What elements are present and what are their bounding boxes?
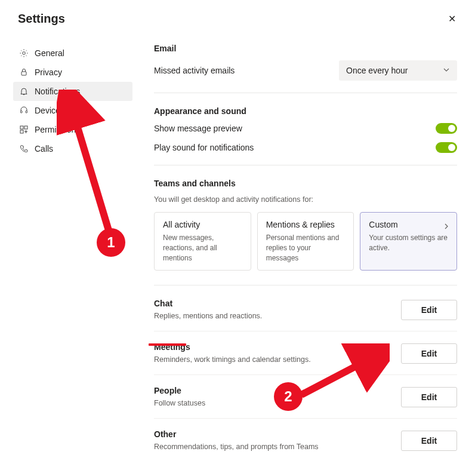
group-title: Other <box>154 429 319 439</box>
sound-label: Play sound for notifications <box>154 143 254 152</box>
sidebar: General Privacy Notifications Devices Pe… <box>13 44 132 462</box>
edit-chat-button[interactable]: Edit <box>401 300 457 320</box>
sidebar-item-general[interactable]: General <box>13 44 132 63</box>
sidebar-item-label: Notifications <box>35 87 80 96</box>
headset-icon <box>19 106 29 115</box>
preview-label: Show message preview <box>154 124 242 133</box>
chevron-right-icon <box>443 221 449 232</box>
card-desc: Your custom settings are active. <box>369 233 448 253</box>
phone-icon <box>19 144 29 153</box>
sidebar-item-label: Devices <box>35 106 64 115</box>
group-other: Other Recommendations, tips, and prompts… <box>154 429 457 462</box>
section-title: Email <box>154 44 457 53</box>
sidebar-item-label: Privacy <box>35 67 62 77</box>
group-title: People <box>154 386 205 395</box>
sidebar-item-label: General <box>35 48 64 58</box>
chevron-down-icon <box>443 66 450 75</box>
section-title: Appearance and sound <box>154 106 457 116</box>
settings-content: Email Missed activity emails Once every … <box>132 44 457 462</box>
section-title: Teams and channels <box>154 179 457 188</box>
card-title: All activity <box>163 220 242 229</box>
card-mentions-replies[interactable]: Mentions & replies Personal mentions and… <box>257 212 354 271</box>
sound-toggle[interactable] <box>436 142 457 153</box>
group-desc: Replies, mentions and reactions. <box>154 312 262 320</box>
svg-rect-1 <box>21 72 26 75</box>
grid-icon <box>19 125 29 134</box>
card-all-activity[interactable]: All activity New messages, reactions, an… <box>154 212 251 271</box>
edit-other-button[interactable]: Edit <box>401 431 457 451</box>
missed-activity-label: Missed activity emails <box>154 66 235 75</box>
card-title: Mentions & replies <box>266 220 346 229</box>
group-people: People Follow statuses Edit <box>154 386 457 419</box>
bell-icon <box>19 87 29 96</box>
svg-rect-5 <box>24 126 27 129</box>
sidebar-item-devices[interactable]: Devices <box>13 101 132 120</box>
group-chat: Chat Replies, mentions and reactions. Ed… <box>154 299 457 331</box>
section-desc: You will get desktop and activity notifi… <box>154 195 457 204</box>
preview-toggle[interactable] <box>436 123 457 134</box>
sidebar-item-notifications[interactable]: Notifications <box>13 82 132 101</box>
edit-people-button[interactable]: Edit <box>401 387 457 407</box>
group-desc: Follow statuses <box>154 399 205 407</box>
card-custom[interactable]: Custom Your custom settings are active. <box>360 212 457 271</box>
sidebar-item-label: Calls <box>35 144 53 153</box>
sidebar-item-privacy[interactable]: Privacy <box>13 63 132 82</box>
select-value: Once every hour <box>346 66 408 75</box>
section-appearance: Appearance and sound Show message previe… <box>154 106 457 165</box>
group-desc: Reminders, work timings and calendar set… <box>154 355 311 364</box>
svg-rect-2 <box>21 111 23 113</box>
section-email: Email Missed activity emails Once every … <box>154 44 457 93</box>
close-icon[interactable]: ✕ <box>446 13 457 24</box>
sidebar-item-permissions[interactable]: Permissions <box>13 120 132 139</box>
group-meetings: Meetings Reminders, work timings and cal… <box>154 342 457 375</box>
card-desc: New messages, reactions, and all mention… <box>163 233 242 263</box>
svg-rect-3 <box>26 111 27 113</box>
missed-activity-select[interactable]: Once every hour <box>339 60 457 81</box>
gear-icon <box>19 48 29 58</box>
svg-rect-4 <box>20 126 23 129</box>
annotation-underline <box>149 343 186 346</box>
edit-meetings-button[interactable]: Edit <box>401 343 457 364</box>
svg-point-0 <box>23 52 26 55</box>
sidebar-item-calls[interactable]: Calls <box>13 139 132 158</box>
page-title: Settings <box>18 12 65 26</box>
svg-rect-6 <box>20 130 23 133</box>
sidebar-item-label: Permissions <box>35 125 80 134</box>
card-title: Custom <box>369 220 448 229</box>
section-teams: Teams and channels You will get desktop … <box>154 179 457 285</box>
group-desc: Recommendations, tips, and prompts from … <box>154 443 319 451</box>
card-desc: Personal mentions and replies to your me… <box>266 233 346 263</box>
lock-icon <box>19 67 29 77</box>
group-title: Chat <box>154 299 262 308</box>
